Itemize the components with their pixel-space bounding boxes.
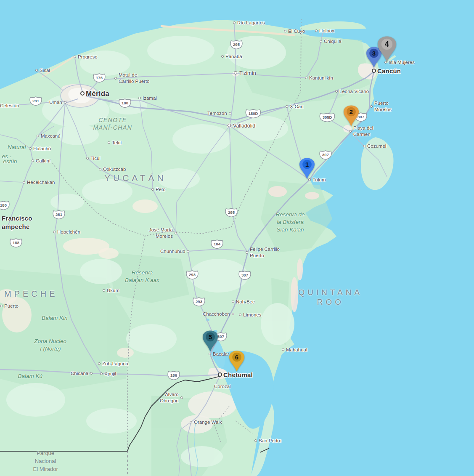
island-holbox — [300, 21, 366, 31]
svg-text:5: 5 — [209, 333, 212, 340]
map-pin-5[interactable]: 5 — [203, 330, 218, 354]
svg-text:1: 1 — [305, 161, 309, 168]
svg-text:6: 6 — [235, 354, 238, 361]
map-canvas[interactable]: 295176281180180D305D30730729526118018418… — [0, 0, 474, 476]
svg-text:3: 3 — [372, 50, 376, 57]
island-cozumel — [361, 137, 394, 190]
map-pin-6[interactable]: 6 — [229, 351, 244, 374]
map-pin-2[interactable]: 2 — [344, 105, 359, 129]
map-pin-4[interactable]: 4 — [378, 36, 396, 64]
svg-text:4: 4 — [385, 40, 389, 48]
map-pin-1[interactable]: 1 — [299, 158, 315, 181]
svg-text:2: 2 — [350, 108, 353, 115]
map-base-tiles — [0, 0, 474, 476]
small-lake — [223, 335, 227, 338]
